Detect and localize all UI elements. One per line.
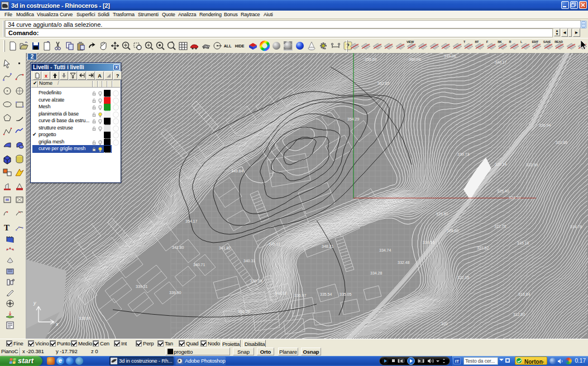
svg-text:336.28: 336.28 [238, 310, 250, 314]
svg-text:y: y [33, 300, 36, 306]
svg-text:335.54: 335.54 [320, 292, 332, 296]
svg-text:320: 320 [441, 322, 448, 326]
svg-text:341.82: 341.82 [219, 246, 231, 250]
svg-text:339.73: 339.73 [457, 152, 470, 156]
svg-text:334.28: 334.28 [370, 271, 383, 275]
svg-text:349.38: 349.38 [444, 54, 456, 58]
svg-text:320.14: 320.14 [495, 162, 507, 166]
svg-text:315.18: 315.18 [517, 241, 529, 245]
svg-text:336.97: 336.97 [294, 293, 307, 297]
svg-text:314.78: 314.78 [570, 225, 582, 229]
svg-text:322.05: 322.05 [457, 276, 470, 280]
svg-text:354.29: 354.29 [347, 117, 360, 121]
svg-text:T: T [4, 223, 9, 232]
svg-text:345.11: 345.11 [269, 242, 280, 246]
svg-text:349.84: 349.84 [231, 169, 243, 173]
svg-text:325.40: 325.40 [497, 189, 509, 193]
svg-text:322.99: 322.99 [526, 163, 538, 167]
svg-text:332.48: 332.48 [398, 261, 410, 264]
svg-text:339.35: 339.35 [250, 279, 262, 283]
svg-text:324.70: 324.70 [509, 196, 521, 200]
svg-text:353.20: 353.20 [365, 57, 377, 61]
svg-text:340.17: 340.17 [495, 60, 507, 64]
svg-text:x: x [55, 321, 59, 327]
svg-text:328.80: 328.80 [447, 229, 459, 233]
svg-text:322.78: 322.78 [494, 224, 506, 228]
svg-text:330.55: 330.55 [423, 240, 435, 244]
svg-text:312.60: 312.60 [513, 312, 525, 316]
svg-text:341.80: 341.80 [172, 245, 184, 249]
svg-text:334.74: 334.74 [379, 248, 391, 252]
svg-text:348.38: 348.38 [275, 291, 287, 295]
svg-text:340.71: 340.71 [193, 263, 205, 267]
svg-text:335.05: 335.05 [340, 292, 352, 296]
svg-text:320.66: 320.66 [556, 141, 568, 145]
svg-text:329.90: 329.90 [436, 212, 448, 216]
svg-text:340.31: 340.31 [243, 259, 256, 263]
svg-text:339.90: 339.90 [169, 291, 181, 295]
svg-text:313.84: 313.84 [518, 292, 530, 296]
svg-text:326.94: 326.94 [539, 123, 551, 127]
svg-text:360.04: 360.04 [409, 57, 421, 61]
svg-text:322.52: 322.52 [477, 246, 489, 250]
svg-text:352.65: 352.65 [377, 81, 390, 85]
svg-text:339.31: 339.31 [136, 285, 148, 288]
svg-text:338.90: 338.90 [79, 316, 91, 320]
svg-text:348.21: 348.21 [322, 244, 334, 248]
svg-text:354.17: 354.17 [185, 219, 198, 223]
